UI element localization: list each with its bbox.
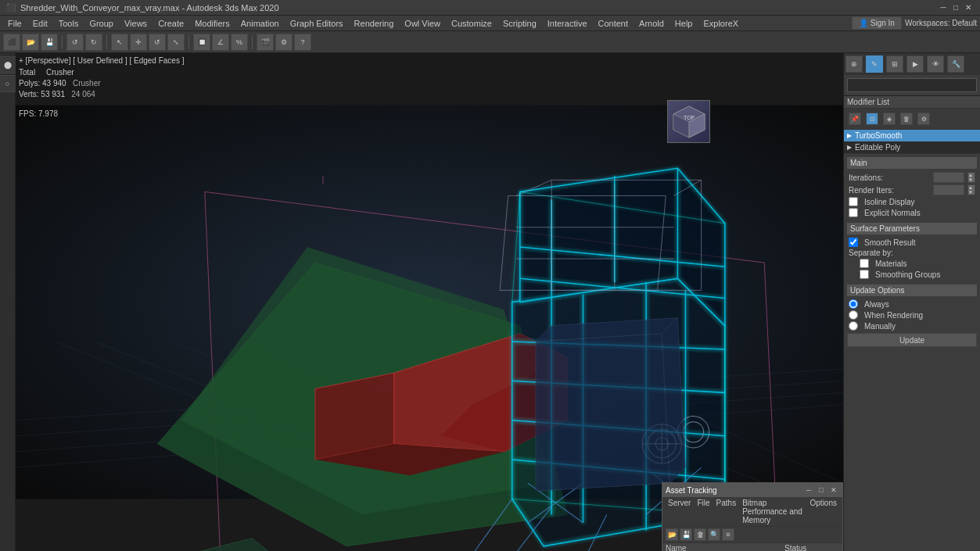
- menu-group[interactable]: Group: [84, 16, 118, 31]
- left-panel-btn-1[interactable]: ⬤: [0, 56, 16, 73]
- menu-graph-editors[interactable]: Graph Editors: [285, 16, 348, 31]
- at-menu-bitmap[interactable]: Bitmap Performance and Memory: [740, 499, 806, 524]
- left-panel-btn-2[interactable]: ○: [0, 75, 16, 92]
- at-tb-btn-2[interactable]: 💾: [680, 528, 692, 541]
- menu-views[interactable]: Views: [120, 16, 152, 31]
- iterations-input[interactable]: 0: [933, 172, 964, 183]
- modifier-stack-list: ▶ TurboSmooth ▶ Editable Poly: [844, 130, 980, 154]
- at-menu-options[interactable]: Options: [808, 499, 839, 524]
- viewport-label: + [Perspective] [ User Defined ] [ Edged…: [19, 56, 185, 65]
- utilities-tab[interactable]: 🔧: [947, 55, 964, 73]
- pin-stack-btn[interactable]: 📌: [849, 113, 861, 125]
- at-tb-btn-5[interactable]: ≡: [722, 528, 734, 541]
- modifier-turbosmooth[interactable]: ▶ TurboSmooth: [844, 130, 980, 141]
- menu-arnold[interactable]: Arnold: [634, 16, 669, 31]
- move-button[interactable]: ✛: [130, 34, 147, 51]
- toolbar-separator-4: [252, 35, 253, 49]
- at-menu-paths[interactable]: Paths: [714, 499, 739, 524]
- menu-customize[interactable]: Customize: [447, 16, 497, 31]
- toolbar-separator-1: [62, 35, 63, 49]
- menu-explorex[interactable]: ExploreX: [698, 16, 743, 31]
- isoline-label: Isoline Display: [864, 198, 914, 206]
- stats-verts-label: Verts:: [19, 90, 39, 98]
- sign-in-button[interactable]: 👤 Sign In: [852, 16, 902, 30]
- viewport[interactable]: + [Perspective] [ User Defined ] [ Edged…: [16, 53, 843, 551]
- menu-file[interactable]: File: [3, 16, 27, 31]
- help-button[interactable]: ?: [294, 34, 311, 51]
- toolbar-separator-3: [188, 35, 189, 49]
- undo-button[interactable]: ↺: [66, 34, 84, 51]
- object-name-input[interactable]: Crusher: [847, 78, 977, 92]
- save-file-button[interactable]: 💾: [41, 34, 58, 51]
- open-file-button[interactable]: 📂: [22, 34, 39, 51]
- remove-modifier-btn[interactable]: 🗑: [900, 113, 913, 125]
- at-tb-btn-3[interactable]: 🗑: [694, 528, 706, 541]
- modify-tab active[interactable]: ✎: [866, 55, 883, 73]
- smoothing-groups-label: Smoothing Groups: [875, 270, 940, 279]
- at-close-btn[interactable]: ✕: [828, 485, 839, 496]
- make-unique-btn[interactable]: ◈: [883, 113, 896, 125]
- separate-by-row: Separate by:: [847, 248, 977, 258]
- menu-edit[interactable]: Edit: [28, 16, 52, 31]
- menu-content[interactable]: Content: [594, 16, 634, 31]
- update-section-header[interactable]: Update Options: [847, 284, 977, 296]
- select-button[interactable]: ↖: [111, 34, 128, 51]
- new-scene-button[interactable]: ⬛: [3, 34, 20, 51]
- scene-canvas[interactable]: [16, 53, 843, 551]
- menu-owl-view[interactable]: Owl View: [400, 16, 445, 31]
- motion-tab[interactable]: ▶: [906, 55, 924, 73]
- show-end-btn[interactable]: ⊡: [866, 113, 878, 125]
- when-rendering-radio[interactable]: [849, 310, 858, 320]
- menu-interactive[interactable]: Interactive: [543, 16, 592, 31]
- menu-animation[interactable]: Animation: [236, 16, 284, 31]
- render-iters-input[interactable]: 2: [933, 184, 964, 195]
- rotate-button[interactable]: ↺: [149, 34, 166, 51]
- menu-modifiers[interactable]: Modifiers: [190, 16, 235, 31]
- explicit-normals-checkbox[interactable]: [849, 208, 858, 217]
- snap-button[interactable]: 🔲: [193, 34, 210, 51]
- snap-percent-button[interactable]: %: [231, 34, 248, 51]
- always-radio[interactable]: [849, 299, 858, 309]
- nav-cube[interactable]: TOP: [667, 100, 710, 143]
- configure-btn[interactable]: ⚙: [917, 113, 930, 125]
- main-section-header[interactable]: Main: [847, 157, 977, 169]
- menu-create[interactable]: Create: [153, 16, 188, 31]
- at-tb-btn-4[interactable]: 🔍: [708, 528, 720, 541]
- display-tab[interactable]: 👁: [927, 55, 944, 73]
- redo-button[interactable]: ↻: [85, 34, 102, 51]
- smoothing-groups-checkbox[interactable]: [860, 270, 869, 279]
- hierarchy-tab[interactable]: ⊞: [886, 55, 903, 73]
- stats-polys-object: Crusher: [73, 79, 101, 88]
- manually-radio[interactable]: [849, 321, 858, 331]
- update-button[interactable]: Update: [847, 333, 977, 347]
- render-iters-spinner[interactable]: ▲▼: [967, 184, 975, 195]
- at-menu-server[interactable]: Server: [666, 499, 693, 524]
- render-button[interactable]: 🎬: [257, 34, 274, 51]
- at-menu-file[interactable]: File: [695, 499, 712, 524]
- at-tb-btn-1[interactable]: 📂: [666, 528, 678, 541]
- materials-checkbox[interactable]: [860, 259, 869, 268]
- scale-button[interactable]: ⤡: [167, 34, 185, 51]
- at-controls: ─ □ ✕: [803, 485, 839, 496]
- smooth-result-checkbox[interactable]: [849, 238, 858, 247]
- snap-angle-button[interactable]: ∠: [212, 34, 229, 51]
- isoline-checkbox[interactable]: [849, 197, 858, 206]
- minimize-button[interactable]: ─: [938, 2, 949, 13]
- render-setup-button[interactable]: ⚙: [275, 34, 293, 51]
- svg-text:TOP: TOP: [684, 115, 695, 120]
- menu-scripting[interactable]: Scripting: [498, 16, 541, 31]
- menu-help[interactable]: Help: [670, 16, 698, 31]
- close-button[interactable]: ✕: [963, 2, 974, 13]
- maximize-button[interactable]: □: [950, 2, 961, 13]
- surface-section-header[interactable]: Surface Parameters: [847, 223, 977, 234]
- create-tab[interactable]: ⊕: [845, 55, 863, 73]
- menu-rendering[interactable]: Rendering: [350, 16, 399, 31]
- modifier-editable-poly[interactable]: ▶ Editable Poly: [844, 141, 980, 153]
- turbosmooth-label: TurboSmooth: [855, 131, 902, 140]
- iterations-spinner[interactable]: ▲▼: [967, 172, 975, 183]
- menu-bar: File Edit Tools Group Views Create Modif…: [0, 16, 980, 31]
- always-label: Always: [864, 300, 889, 309]
- at-minimize-btn[interactable]: ─: [803, 485, 814, 496]
- at-maximize-btn[interactable]: □: [816, 485, 827, 496]
- menu-tools[interactable]: Tools: [54, 16, 84, 31]
